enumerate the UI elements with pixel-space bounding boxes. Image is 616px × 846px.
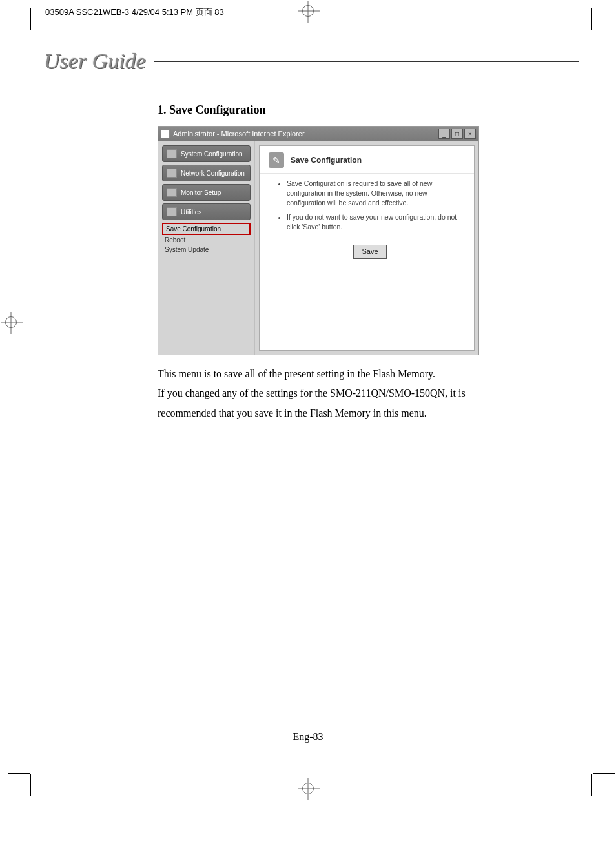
- body-paragraphs: This menu is to save all of the present …: [158, 364, 519, 423]
- save-button[interactable]: Save: [353, 245, 386, 259]
- info-bullet: Save Configuration is required to save a…: [287, 179, 462, 209]
- guide-title-text: User Guide: [44, 49, 146, 74]
- body-text-line: This menu is to save all of the present …: [158, 364, 519, 384]
- nav-label: System Configuration: [181, 150, 243, 158]
- maximize-button[interactable]: □: [451, 129, 463, 139]
- page-number: Eng-83: [293, 731, 323, 743]
- prepress-header: 03509A SSC21WEB-3 4/29/04 5:13 PM 页面 83: [45, 6, 224, 18]
- gear-icon: [167, 149, 177, 158]
- content-header: ✎ Save Configuration: [260, 146, 474, 174]
- page-frame: User Guide 1. Save Configuration Adminis…: [31, 26, 591, 775]
- section: 1. Save Configuration Administrator - Mi…: [158, 103, 532, 423]
- monitor-icon: [167, 188, 177, 197]
- window-title: Administrator - Microsoft Internet Explo…: [173, 130, 435, 138]
- tools-icon: ✎: [269, 152, 284, 168]
- titlebar: Administrator - Microsoft Internet Explo…: [158, 127, 478, 141]
- content-body: Save Configuration is required to save a…: [260, 174, 474, 278]
- sidebar: System Configuration Network Configurati…: [158, 141, 255, 355]
- save-row: Save: [278, 236, 462, 278]
- crop-mark: [593, 773, 615, 774]
- nav-label: Network Configuration: [181, 170, 245, 177]
- app-body: System Configuration Network Configurati…: [158, 141, 478, 355]
- info-list: Save Configuration is required to save a…: [278, 179, 462, 232]
- window-buttons: _ □ ×: [438, 129, 476, 139]
- app-icon: [161, 129, 170, 138]
- panel-title: Save Configuration: [291, 156, 362, 165]
- crop-mark: [0, 30, 22, 30]
- nav-utilities[interactable]: Utilities: [162, 203, 251, 220]
- crop-mark: [591, 8, 592, 30]
- registration-mark-left: [5, 316, 17, 328]
- crop-mark: [580, 0, 580, 29]
- section-heading: 1. Save Configuration: [158, 103, 532, 117]
- subnav-save-configuration[interactable]: Save Configuration: [162, 223, 251, 235]
- content-panel: ✎ Save Configuration Save Configuration …: [259, 145, 475, 351]
- crop-mark: [591, 774, 592, 796]
- guide-title-row: User Guide: [31, 26, 591, 74]
- nav-system-configuration[interactable]: System Configuration: [162, 145, 251, 162]
- horizontal-rule: [154, 61, 579, 62]
- nav-network-configuration[interactable]: Network Configuration: [162, 165, 251, 181]
- nav-label: Monitor Setup: [181, 189, 221, 196]
- registration-mark-top: [302, 5, 314, 17]
- app-window: Administrator - Microsoft Internet Explo…: [158, 126, 479, 355]
- network-icon: [167, 169, 177, 178]
- body-text-line: If you changed any of the settings for t…: [158, 384, 519, 423]
- crop-mark: [8, 773, 30, 774]
- close-button[interactable]: ×: [464, 129, 476, 139]
- subnav-system-update[interactable]: System Update: [162, 245, 251, 254]
- info-bullet: If you do not want to save your new conf…: [287, 212, 462, 232]
- crop-mark: [594, 30, 616, 30]
- minimize-button[interactable]: _: [438, 129, 450, 139]
- nav-monitor-setup[interactable]: Monitor Setup: [162, 184, 251, 201]
- registration-mark-bottom: [302, 783, 314, 794]
- nav-label: Utilities: [181, 209, 201, 216]
- wrench-icon: [167, 207, 177, 216]
- subnav-reboot[interactable]: Reboot: [162, 235, 251, 245]
- crop-mark: [30, 774, 31, 796]
